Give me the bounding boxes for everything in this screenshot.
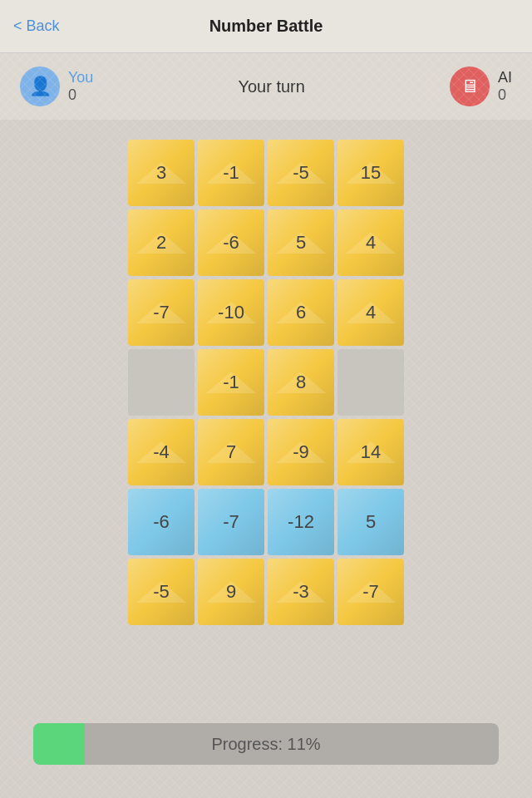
game-grid: 3-1-5152-654-7-1064-18-47-914-6-7-125-59… <box>128 140 404 625</box>
cell-value-r5-c3: 5 <box>366 511 376 533</box>
page-title: Number Battle <box>209 17 323 36</box>
grid-cell-r6-c0[interactable]: -5 <box>128 559 195 625</box>
cell-value-r5-c0: -6 <box>153 511 170 533</box>
cell-value-r3-c2: 8 <box>296 372 306 393</box>
grid-cell-r4-c3[interactable]: 14 <box>337 419 404 485</box>
grid-cell-r0-c0[interactable]: 3 <box>128 140 195 206</box>
grid-cell-r5-c3[interactable]: 5 <box>337 489 404 555</box>
grid-cell-r6-c1[interactable]: 9 <box>198 559 264 625</box>
you-section: 👤 You 0 <box>20 66 93 106</box>
nav-bar: < Back Number Battle <box>0 0 532 53</box>
cell-value-r1-c2: 5 <box>296 232 306 254</box>
you-score: 0 <box>68 86 93 104</box>
grid-cell-r5-c1[interactable]: -7 <box>198 489 264 555</box>
grid-cell-r3-c1[interactable]: -1 <box>198 349 264 416</box>
back-button[interactable]: < Back <box>13 17 60 35</box>
grid-cell-r6-c3[interactable]: -7 <box>337 559 404 625</box>
ai-name: AI <box>498 69 512 86</box>
grid-cell-r5-c2[interactable]: -12 <box>268 489 334 555</box>
grid-cell-r1-c3[interactable]: 4 <box>337 209 404 276</box>
cell-value-r4-c1: 7 <box>226 441 236 463</box>
cell-value-r1-c0: 2 <box>156 232 166 254</box>
cell-value-r4-c0: -4 <box>153 441 170 463</box>
grid-cell-r0-c3[interactable]: 15 <box>337 140 404 206</box>
grid-cell-r1-c2[interactable]: 5 <box>268 209 334 276</box>
grid-cell-r4-c2[interactable]: -9 <box>268 419 334 485</box>
grid-cell-r2-c1[interactable]: -10 <box>198 279 264 346</box>
grid-container: 3-1-5152-654-7-1064-18-47-914-6-7-125-59… <box>0 140 532 625</box>
grid-cell-r2-c2[interactable]: 6 <box>268 279 334 346</box>
grid-cell-r4-c1[interactable]: 7 <box>198 419 264 485</box>
cell-value-r5-c1: -7 <box>223 511 239 533</box>
cell-value-r3-c1: -1 <box>223 372 239 393</box>
ai-info: AI 0 <box>498 69 512 104</box>
progress-label: Progress: 11% <box>33 735 499 754</box>
grid-cell-r6-c2[interactable]: -3 <box>268 559 334 625</box>
grid-cell-r0-c1[interactable]: -1 <box>198 140 264 206</box>
cell-value-r4-c2: -9 <box>293 441 309 463</box>
you-name: You <box>68 69 93 86</box>
cell-value-r6-c0: -5 <box>153 581 170 603</box>
grid-cell-r2-c3[interactable]: 4 <box>337 279 404 346</box>
cell-value-r0-c3: 15 <box>361 162 381 184</box>
cell-value-r1-c1: -6 <box>223 232 239 254</box>
grid-cell-r4-c0[interactable]: -4 <box>128 419 195 485</box>
cell-value-r2-c0: -7 <box>153 302 170 323</box>
back-label: < Back <box>13 17 60 35</box>
you-info: You 0 <box>68 69 93 104</box>
grid-cell-r2-c0[interactable]: -7 <box>128 279 195 346</box>
you-avatar-icon: 👤 <box>29 76 52 97</box>
progress-bar-container: Progress: 11% <box>33 723 499 765</box>
ai-avatar-icon: 🖥 <box>461 76 479 97</box>
grid-cell-r1-c1[interactable]: -6 <box>198 209 264 276</box>
cell-value-r1-c3: 4 <box>366 232 376 254</box>
cell-value-r6-c2: -3 <box>293 581 309 603</box>
grid-cell-r0-c2[interactable]: -5 <box>268 140 334 206</box>
grid-cell-r3-c3[interactable] <box>337 349 404 416</box>
grid-cell-r1-c0[interactable]: 2 <box>128 209 195 276</box>
cell-value-r0-c1: -1 <box>223 162 239 184</box>
grid-cell-r5-c0[interactable]: -6 <box>128 489 195 555</box>
score-bar: 👤 You 0 Your turn 🖥 AI 0 <box>0 53 532 120</box>
turn-indicator: Your turn <box>238 77 304 96</box>
cell-value-r6-c3: -7 <box>362 581 379 603</box>
cell-value-r0-c0: 3 <box>156 162 166 184</box>
grid-cell-r3-c2[interactable]: 8 <box>268 349 334 416</box>
cell-value-r2-c2: 6 <box>296 302 306 323</box>
ai-avatar: 🖥 <box>450 66 490 106</box>
cell-value-r6-c1: 9 <box>226 581 236 603</box>
cell-value-r0-c2: -5 <box>293 162 309 184</box>
ai-score: 0 <box>498 86 512 104</box>
cell-value-r4-c3: 14 <box>361 441 381 463</box>
grid-cell-r3-c0[interactable] <box>128 349 195 416</box>
cell-value-r2-c1: -10 <box>218 302 244 323</box>
cell-value-r5-c2: -12 <box>288 511 314 533</box>
ai-section: 🖥 AI 0 <box>450 66 512 106</box>
cell-value-r2-c3: 4 <box>366 302 376 323</box>
you-avatar: 👤 <box>20 66 60 106</box>
